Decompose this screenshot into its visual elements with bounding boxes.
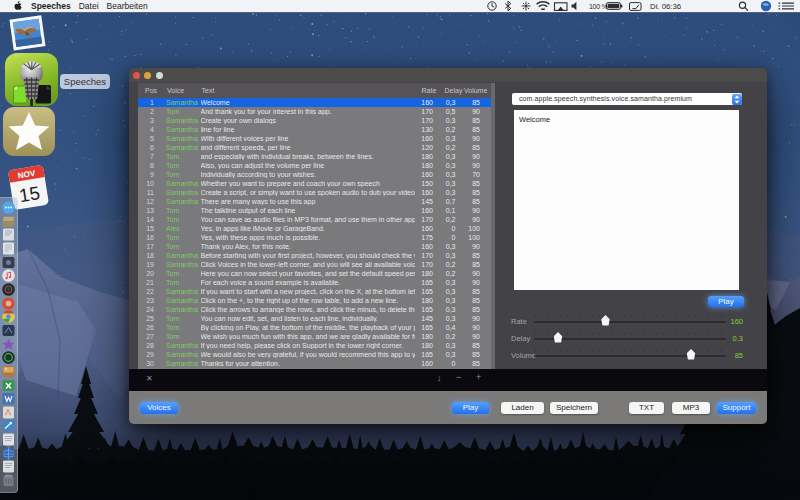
svg-text:15: 15	[18, 182, 42, 206]
svg-text:100 %: 100 %	[589, 3, 607, 10]
svg-text:Di. 06:36: Di. 06:36	[650, 2, 681, 11]
